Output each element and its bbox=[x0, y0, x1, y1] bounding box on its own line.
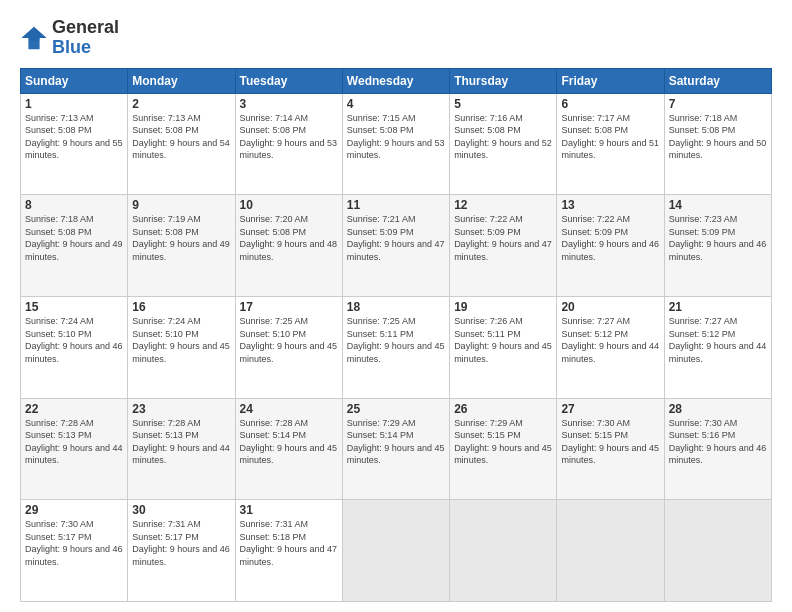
day-number: 13 bbox=[561, 198, 659, 212]
calendar-cell: 12Sunrise: 7:22 AMSunset: 5:09 PMDayligh… bbox=[450, 195, 557, 297]
calendar-cell: 16Sunrise: 7:24 AMSunset: 5:10 PMDayligh… bbox=[128, 296, 235, 398]
day-number: 7 bbox=[669, 97, 767, 111]
calendar-cell: 30Sunrise: 7:31 AMSunset: 5:17 PMDayligh… bbox=[128, 500, 235, 602]
calendar-cell: 9Sunrise: 7:19 AMSunset: 5:08 PMDaylight… bbox=[128, 195, 235, 297]
calendar-cell bbox=[342, 500, 449, 602]
day-detail: Sunrise: 7:25 AMSunset: 5:10 PMDaylight:… bbox=[240, 315, 338, 365]
day-detail: Sunrise: 7:13 AMSunset: 5:08 PMDaylight:… bbox=[132, 112, 230, 162]
calendar-cell: 6Sunrise: 7:17 AMSunset: 5:08 PMDaylight… bbox=[557, 93, 664, 195]
calendar-table: SundayMondayTuesdayWednesdayThursdayFrid… bbox=[20, 68, 772, 602]
weekday-header: Sunday bbox=[21, 68, 128, 93]
calendar-cell: 2Sunrise: 7:13 AMSunset: 5:08 PMDaylight… bbox=[128, 93, 235, 195]
day-detail: Sunrise: 7:27 AMSunset: 5:12 PMDaylight:… bbox=[669, 315, 767, 365]
day-detail: Sunrise: 7:30 AMSunset: 5:16 PMDaylight:… bbox=[669, 417, 767, 467]
day-detail: Sunrise: 7:31 AMSunset: 5:17 PMDaylight:… bbox=[132, 518, 230, 568]
calendar-cell: 28Sunrise: 7:30 AMSunset: 5:16 PMDayligh… bbox=[664, 398, 771, 500]
logo: General Blue bbox=[20, 18, 119, 58]
calendar-cell: 5Sunrise: 7:16 AMSunset: 5:08 PMDaylight… bbox=[450, 93, 557, 195]
day-detail: Sunrise: 7:25 AMSunset: 5:11 PMDaylight:… bbox=[347, 315, 445, 365]
calendar-cell bbox=[450, 500, 557, 602]
day-number: 12 bbox=[454, 198, 552, 212]
calendar-week-row: 22Sunrise: 7:28 AMSunset: 5:13 PMDayligh… bbox=[21, 398, 772, 500]
day-number: 5 bbox=[454, 97, 552, 111]
day-detail: Sunrise: 7:22 AMSunset: 5:09 PMDaylight:… bbox=[454, 213, 552, 263]
day-number: 24 bbox=[240, 402, 338, 416]
calendar-cell: 1Sunrise: 7:13 AMSunset: 5:08 PMDaylight… bbox=[21, 93, 128, 195]
page-header: General Blue bbox=[20, 18, 772, 58]
day-number: 25 bbox=[347, 402, 445, 416]
day-number: 30 bbox=[132, 503, 230, 517]
day-number: 17 bbox=[240, 300, 338, 314]
calendar-cell: 18Sunrise: 7:25 AMSunset: 5:11 PMDayligh… bbox=[342, 296, 449, 398]
day-detail: Sunrise: 7:21 AMSunset: 5:09 PMDaylight:… bbox=[347, 213, 445, 263]
day-number: 20 bbox=[561, 300, 659, 314]
calendar-cell: 29Sunrise: 7:30 AMSunset: 5:17 PMDayligh… bbox=[21, 500, 128, 602]
day-number: 2 bbox=[132, 97, 230, 111]
calendar-week-row: 8Sunrise: 7:18 AMSunset: 5:08 PMDaylight… bbox=[21, 195, 772, 297]
day-number: 15 bbox=[25, 300, 123, 314]
weekday-header: Tuesday bbox=[235, 68, 342, 93]
day-detail: Sunrise: 7:29 AMSunset: 5:15 PMDaylight:… bbox=[454, 417, 552, 467]
day-detail: Sunrise: 7:24 AMSunset: 5:10 PMDaylight:… bbox=[132, 315, 230, 365]
day-number: 26 bbox=[454, 402, 552, 416]
calendar-cell: 24Sunrise: 7:28 AMSunset: 5:14 PMDayligh… bbox=[235, 398, 342, 500]
day-detail: Sunrise: 7:28 AMSunset: 5:13 PMDaylight:… bbox=[25, 417, 123, 467]
day-number: 3 bbox=[240, 97, 338, 111]
day-number: 31 bbox=[240, 503, 338, 517]
calendar-cell: 11Sunrise: 7:21 AMSunset: 5:09 PMDayligh… bbox=[342, 195, 449, 297]
calendar-week-row: 29Sunrise: 7:30 AMSunset: 5:17 PMDayligh… bbox=[21, 500, 772, 602]
day-detail: Sunrise: 7:13 AMSunset: 5:08 PMDaylight:… bbox=[25, 112, 123, 162]
day-number: 10 bbox=[240, 198, 338, 212]
logo-icon bbox=[20, 24, 48, 52]
calendar-cell: 3Sunrise: 7:14 AMSunset: 5:08 PMDaylight… bbox=[235, 93, 342, 195]
day-number: 21 bbox=[669, 300, 767, 314]
day-detail: Sunrise: 7:30 AMSunset: 5:15 PMDaylight:… bbox=[561, 417, 659, 467]
day-number: 11 bbox=[347, 198, 445, 212]
calendar-cell: 20Sunrise: 7:27 AMSunset: 5:12 PMDayligh… bbox=[557, 296, 664, 398]
day-number: 29 bbox=[25, 503, 123, 517]
calendar-cell: 26Sunrise: 7:29 AMSunset: 5:15 PMDayligh… bbox=[450, 398, 557, 500]
day-number: 1 bbox=[25, 97, 123, 111]
calendar-cell: 15Sunrise: 7:24 AMSunset: 5:10 PMDayligh… bbox=[21, 296, 128, 398]
calendar-cell: 14Sunrise: 7:23 AMSunset: 5:09 PMDayligh… bbox=[664, 195, 771, 297]
day-detail: Sunrise: 7:28 AMSunset: 5:13 PMDaylight:… bbox=[132, 417, 230, 467]
day-number: 27 bbox=[561, 402, 659, 416]
calendar-cell: 4Sunrise: 7:15 AMSunset: 5:08 PMDaylight… bbox=[342, 93, 449, 195]
logo-text-general: General bbox=[52, 18, 119, 38]
day-detail: Sunrise: 7:23 AMSunset: 5:09 PMDaylight:… bbox=[669, 213, 767, 263]
calendar-cell: 7Sunrise: 7:18 AMSunset: 5:08 PMDaylight… bbox=[664, 93, 771, 195]
calendar-cell: 10Sunrise: 7:20 AMSunset: 5:08 PMDayligh… bbox=[235, 195, 342, 297]
calendar-cell: 25Sunrise: 7:29 AMSunset: 5:14 PMDayligh… bbox=[342, 398, 449, 500]
day-number: 19 bbox=[454, 300, 552, 314]
day-detail: Sunrise: 7:31 AMSunset: 5:18 PMDaylight:… bbox=[240, 518, 338, 568]
weekday-header: Friday bbox=[557, 68, 664, 93]
day-number: 18 bbox=[347, 300, 445, 314]
day-number: 16 bbox=[132, 300, 230, 314]
calendar-cell: 21Sunrise: 7:27 AMSunset: 5:12 PMDayligh… bbox=[664, 296, 771, 398]
day-number: 14 bbox=[669, 198, 767, 212]
day-number: 4 bbox=[347, 97, 445, 111]
svg-marker-1 bbox=[21, 27, 46, 41]
weekday-header: Monday bbox=[128, 68, 235, 93]
calendar-cell: 23Sunrise: 7:28 AMSunset: 5:13 PMDayligh… bbox=[128, 398, 235, 500]
calendar-cell: 27Sunrise: 7:30 AMSunset: 5:15 PMDayligh… bbox=[557, 398, 664, 500]
day-detail: Sunrise: 7:20 AMSunset: 5:08 PMDaylight:… bbox=[240, 213, 338, 263]
day-number: 23 bbox=[132, 402, 230, 416]
calendar-cell: 17Sunrise: 7:25 AMSunset: 5:10 PMDayligh… bbox=[235, 296, 342, 398]
day-detail: Sunrise: 7:27 AMSunset: 5:12 PMDaylight:… bbox=[561, 315, 659, 365]
calendar-page: General Blue SundayMondayTuesdayWednesda… bbox=[0, 0, 792, 612]
day-number: 22 bbox=[25, 402, 123, 416]
day-number: 9 bbox=[132, 198, 230, 212]
day-detail: Sunrise: 7:18 AMSunset: 5:08 PMDaylight:… bbox=[25, 213, 123, 263]
weekday-header: Thursday bbox=[450, 68, 557, 93]
calendar-cell: 22Sunrise: 7:28 AMSunset: 5:13 PMDayligh… bbox=[21, 398, 128, 500]
day-number: 8 bbox=[25, 198, 123, 212]
day-detail: Sunrise: 7:29 AMSunset: 5:14 PMDaylight:… bbox=[347, 417, 445, 467]
day-detail: Sunrise: 7:28 AMSunset: 5:14 PMDaylight:… bbox=[240, 417, 338, 467]
calendar-header-row: SundayMondayTuesdayWednesdayThursdayFrid… bbox=[21, 68, 772, 93]
day-detail: Sunrise: 7:18 AMSunset: 5:08 PMDaylight:… bbox=[669, 112, 767, 162]
day-detail: Sunrise: 7:16 AMSunset: 5:08 PMDaylight:… bbox=[454, 112, 552, 162]
day-detail: Sunrise: 7:17 AMSunset: 5:08 PMDaylight:… bbox=[561, 112, 659, 162]
calendar-week-row: 15Sunrise: 7:24 AMSunset: 5:10 PMDayligh… bbox=[21, 296, 772, 398]
calendar-cell: 8Sunrise: 7:18 AMSunset: 5:08 PMDaylight… bbox=[21, 195, 128, 297]
